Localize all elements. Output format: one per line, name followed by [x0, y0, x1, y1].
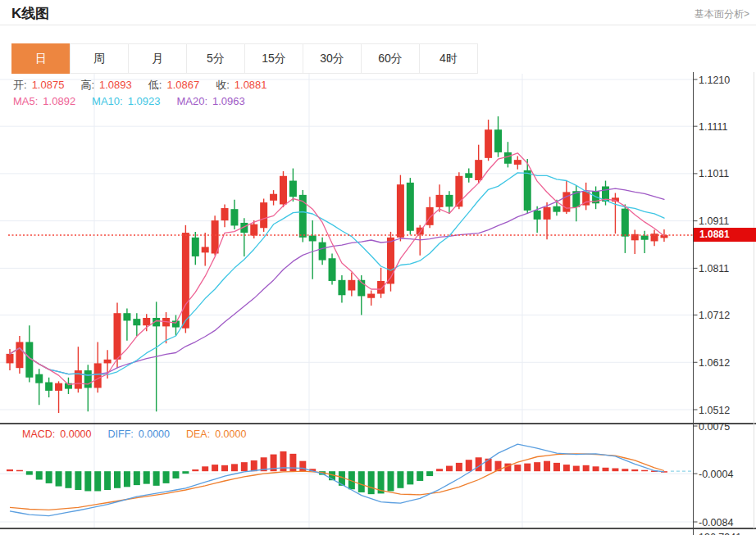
- axis-label: 1.0712: [699, 310, 730, 321]
- timeframe-tab-bar: 日周月5分15分30分60分4时: [11, 43, 478, 74]
- axis-label: 1.1210: [699, 75, 730, 86]
- tab-15min[interactable]: 15分: [244, 43, 303, 74]
- ma-legend-ma20: MA20:1.0963: [176, 95, 249, 107]
- axis-label: -0.0004: [699, 469, 733, 480]
- ohlc-legend: 开:1.0875高:1.0893低:1.0867收:1.0881: [13, 78, 284, 93]
- axis-label: -0.0084: [699, 517, 733, 528]
- axis-label: 1.0811: [699, 263, 729, 274]
- fundamental-analysis-link[interactable]: 基本面分析>: [695, 7, 749, 21]
- current-price-badge: 1.0881: [694, 228, 756, 242]
- tab-60min[interactable]: 60分: [361, 43, 420, 74]
- macd-legend-dea: DEA:0.0000: [186, 428, 251, 440]
- page-header: K线图 基本面分析>: [0, 0, 756, 25]
- page-title: K线图: [11, 4, 49, 23]
- tab-5min[interactable]: 5分: [186, 43, 245, 74]
- macd-legend-diff: DIFF:0.0000: [108, 428, 175, 440]
- ohlc-legend-close: 收:1.0881: [216, 79, 271, 91]
- ma-legend: MA5:1.0892MA10:1.0923MA20:1.0963: [13, 95, 262, 107]
- macd-legend-macd: MACD:0.0000: [22, 428, 97, 440]
- tab-week[interactable]: 周: [70, 43, 129, 74]
- ohlc-legend-low: 低:1.0867: [148, 79, 204, 91]
- tab-day[interactable]: 日: [11, 43, 71, 74]
- axis-label: 136.7941: [699, 532, 741, 535]
- tab-month[interactable]: 月: [128, 43, 187, 74]
- axis-label: 1.0612: [699, 357, 730, 369]
- ohlc-legend-high: 高:1.0893: [80, 79, 136, 91]
- axis-label: 1.0512: [699, 405, 730, 416]
- axis-label: 1.0911: [699, 215, 729, 227]
- axis-label: 1.1011: [699, 168, 729, 179]
- tab-30min[interactable]: 30分: [303, 43, 362, 74]
- ma-legend-ma5: MA5:1.0892: [13, 95, 80, 107]
- axis-label: 1.1111: [699, 121, 727, 133]
- ohlc-legend-open: 开:1.0875: [13, 79, 69, 91]
- macd-legend: MACD:0.0000DIFF:0.0000DEA:0.0000: [22, 428, 262, 440]
- tab-4hour[interactable]: 4时: [419, 43, 478, 74]
- ma-legend-ma10: MA10:1.0923: [92, 95, 165, 107]
- axis-label: 0.0075: [699, 421, 730, 433]
